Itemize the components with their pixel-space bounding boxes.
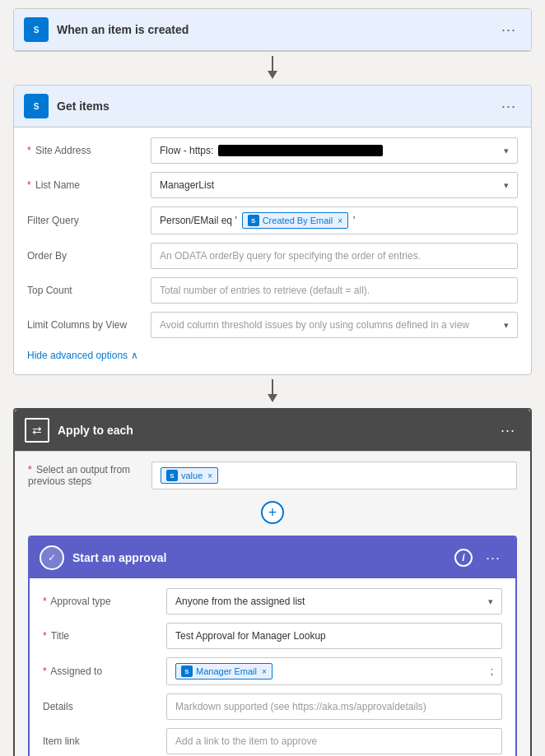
get-items-card: S Get items ··· * Site Address Flow - ht… xyxy=(13,85,532,375)
svg-text:S: S xyxy=(34,26,40,35)
filter-query-label: Filter Query xyxy=(27,215,142,226)
chevron-up-icon: ∧ xyxy=(131,350,138,361)
details-value[interactable]: Markdown supported (see https://aka.ms/a… xyxy=(166,693,502,720)
hide-advanced-link[interactable]: Hide advanced options ∧ xyxy=(27,346,518,364)
trigger-title: When an item is created xyxy=(57,23,488,36)
list-name-label: * List Name xyxy=(27,179,142,191)
assigned-to-label: * Assigned to xyxy=(43,666,158,677)
tag-sharepoint-icon: S xyxy=(248,215,259,226)
arrow-2 xyxy=(264,375,281,408)
apply-each-title: Apply to each xyxy=(58,424,487,437)
value-tag-icon: S xyxy=(166,470,178,481)
approval-header: ✓ Start an approval i ··· xyxy=(30,537,515,578)
approval-type-row: * Approval type Anyone from the assigned… xyxy=(43,588,502,615)
item-link-value[interactable]: Add a link to the item to approve xyxy=(166,728,502,754)
limit-columns-row: Limit Columns by View Avoid column thres… xyxy=(27,312,518,338)
approval-title: Start an approval xyxy=(72,551,446,564)
redacted-url xyxy=(218,145,383,156)
select-output-label: * Select an output from previous steps xyxy=(28,464,143,487)
site-address-value[interactable]: Flow - https: ▾ xyxy=(151,137,518,164)
plus-connector: + xyxy=(28,498,517,527)
get-items-title: Get items xyxy=(57,100,488,113)
svg-marker-3 xyxy=(268,71,277,79)
trigger-header: S When an item is created ··· xyxy=(14,9,531,51)
approval-type-label: * Approval type xyxy=(43,596,158,607)
item-link-row: Item link Add a link to the item to appr… xyxy=(43,728,502,754)
site-address-content: Flow - https: xyxy=(160,145,504,156)
top-count-value[interactable]: Total number of entries to retrieve (def… xyxy=(151,277,518,304)
trigger-card: S When an item is created ··· xyxy=(13,8,532,52)
get-items-more-button[interactable]: ··· xyxy=(496,96,521,117)
limit-columns-dropdown-icon: ▾ xyxy=(504,320,509,331)
details-label: Details xyxy=(43,701,158,712)
order-by-label: Order By xyxy=(27,250,142,262)
assigned-to-row: * Assigned to S Manager Email × ; xyxy=(43,657,502,685)
limit-columns-label: Limit Columns by View xyxy=(27,319,142,331)
arrow-1 xyxy=(264,52,281,85)
assigned-to-value[interactable]: S Manager Email × ; xyxy=(166,657,502,685)
approval-more-button[interactable]: ··· xyxy=(481,548,505,568)
approval-title-label: * Title xyxy=(43,630,158,642)
apply-each-body: * Select an output from previous steps S… xyxy=(15,452,530,756)
list-name-dropdown-icon: ▾ xyxy=(504,180,509,191)
item-link-label: Item link xyxy=(43,735,158,747)
assigned-to-semicolon: ; xyxy=(491,666,493,677)
list-name-value[interactable]: ManagerList ▾ xyxy=(151,172,518,198)
approval-body: * Approval type Anyone from the assigned… xyxy=(30,578,515,756)
filter-query-row: Filter Query Person/EMail eq ' S Created… xyxy=(27,206,518,234)
approval-type-dropdown-icon: ▾ xyxy=(488,596,493,607)
tag-close-icon[interactable]: × xyxy=(338,216,342,225)
flow-canvas: S When an item is created ··· S Get item… xyxy=(8,8,537,756)
value-tag-close-icon[interactable]: × xyxy=(207,471,212,480)
approval-title-value[interactable]: Test Approval for Manager Lookup xyxy=(166,623,502,649)
site-address-required: * xyxy=(27,145,31,156)
top-count-row: Top Count Total number of entries to ret… xyxy=(27,277,518,304)
svg-text:S: S xyxy=(34,102,40,111)
loop-icon: ⇄ xyxy=(25,418,49,443)
apply-each-more-button[interactable]: ··· xyxy=(496,420,520,441)
apply-each-header: ⇄ Apply to each ··· xyxy=(15,410,530,452)
top-count-label: Top Count xyxy=(27,285,142,296)
select-output-row: * Select an output from previous steps S… xyxy=(28,461,517,489)
site-address-row: * Site Address Flow - https: ▾ xyxy=(27,137,518,164)
sharepoint-icon: S xyxy=(24,17,49,42)
site-address-dropdown-icon: ▾ xyxy=(504,146,509,156)
filter-query-value[interactable]: Person/EMail eq ' S Created By Email × ' xyxy=(151,206,518,234)
select-output-value[interactable]: S value × xyxy=(151,461,517,489)
add-step-button[interactable]: + xyxy=(261,501,284,524)
approval-icon: ✓ xyxy=(40,545,64,570)
manager-email-tag[interactable]: S Manager Email × xyxy=(175,663,272,679)
list-name-required: * xyxy=(27,179,31,191)
approval-title-row: * Title Test Approval for Manager Lookup xyxy=(43,623,502,649)
manager-email-close-icon[interactable]: × xyxy=(262,667,267,676)
get-items-header: S Get items ··· xyxy=(14,86,531,128)
manager-email-tag-icon: S xyxy=(181,666,193,677)
apply-each-card: ⇄ Apply to each ··· * Select an output f… xyxy=(13,408,532,756)
value-tag[interactable]: S value × xyxy=(161,467,218,484)
order-by-value[interactable]: An ODATA orderBy query for specifying th… xyxy=(151,243,518,269)
get-items-sharepoint-icon: S xyxy=(24,94,49,118)
filter-query-content: Person/EMail eq ' S Created By Email × ' xyxy=(160,212,509,229)
list-name-row: * List Name ManagerList ▾ xyxy=(27,172,518,198)
approval-info-button[interactable]: i xyxy=(454,549,473,567)
approval-type-value[interactable]: Anyone from the assigned list ▾ xyxy=(166,588,502,615)
get-items-body: * Site Address Flow - https: ▾ * List Na… xyxy=(14,128,531,374)
order-by-row: Order By An ODATA orderBy query for spec… xyxy=(27,243,518,269)
site-address-label: * Site Address xyxy=(27,145,142,156)
limit-columns-value[interactable]: Avoid column threshold issues by only us… xyxy=(151,312,518,338)
approval-card: ✓ Start an approval i ··· * Approval typ… xyxy=(28,536,517,756)
details-row: Details Markdown supported (see https://… xyxy=(43,693,502,720)
created-by-email-tag[interactable]: S Created By Email × xyxy=(242,212,348,229)
svg-marker-7 xyxy=(268,394,277,402)
trigger-more-button[interactable]: ··· xyxy=(496,20,521,40)
